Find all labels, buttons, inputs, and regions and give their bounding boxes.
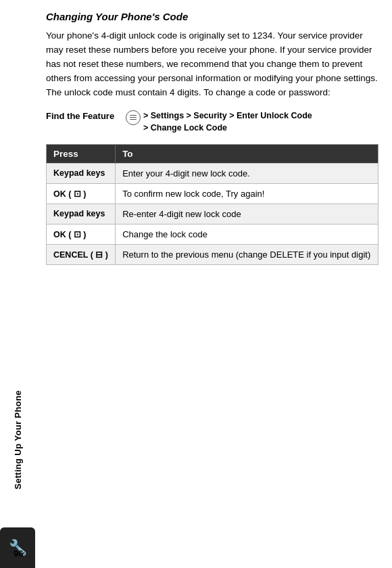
table-row: OK ( ⊡ )Change the lock code [47, 224, 378, 245]
col-press: Press [47, 145, 116, 164]
feature-label: Find the Feature [46, 110, 120, 121]
press-cell: Keypad keys [47, 204, 116, 224]
main-content: Changing Your Phone's Code Your phone's … [35, 0, 392, 568]
chapter-title: Changing Your Phone's Code [46, 11, 378, 22]
sidebar: Setting Up Your Phone 🔧 [0, 0, 35, 568]
table-row: Keypad keysEnter your 4-digit new lock c… [47, 164, 378, 184]
press-cell: CENCEL ( ⊟ ) [47, 245, 116, 265]
menu-icon [126, 110, 141, 125]
body-text: Your phone's 4-digit unlock code is orig… [46, 29, 378, 100]
table-body: Keypad keysEnter your 4-digit new lock c… [47, 164, 378, 265]
press-cell: Keypad keys [47, 164, 116, 184]
page-number: 96 [14, 548, 23, 559]
to-cell: To confirm new lock code, Try again! [116, 184, 378, 204]
table-row: CENCEL ( ⊟ )Return to the previous menu … [47, 245, 378, 265]
table-header: Press To [47, 145, 378, 164]
to-cell: Re-enter 4-digit new lock code [116, 204, 378, 224]
sidebar-label: Setting Up Your Phone [13, 390, 23, 490]
sidebar-icon-box: 🔧 [0, 527, 35, 568]
table-header-row: Press To [47, 145, 378, 164]
sidebar-label-wrap: Setting Up Your Phone [0, 365, 35, 514]
to-cell: Return to the previous menu (change DELE… [116, 245, 378, 265]
to-cell: Change the lock code [116, 224, 378, 245]
instruction-table: Press To Keypad keysEnter your 4-digit n… [46, 144, 378, 265]
path-line2: > Change Lock Code [143, 122, 312, 135]
menu-line-1 [130, 115, 137, 116]
table-row: Keypad keysRe-enter 4-digit new lock cod… [47, 204, 378, 224]
press-cell: OK ( ⊡ ) [47, 184, 116, 204]
to-cell: Enter your 4-digit new lock code. [116, 164, 378, 184]
path-text-block: > Settings > Security > Enter Unlock Cod… [143, 110, 312, 135]
press-cell: OK ( ⊡ ) [47, 224, 116, 245]
menu-lines [130, 115, 137, 120]
menu-line-3 [130, 119, 137, 120]
col-to: To [116, 145, 378, 164]
feature-path: > Settings > Security > Enter Unlock Cod… [126, 110, 312, 135]
path-line1: > Settings > Security > Enter Unlock Cod… [143, 110, 312, 122]
menu-line-2 [130, 117, 137, 118]
feature-row: Find the Feature > Settings > Security >… [46, 110, 378, 135]
table-row: OK ( ⊡ )To confirm new lock code, Try ag… [47, 184, 378, 204]
